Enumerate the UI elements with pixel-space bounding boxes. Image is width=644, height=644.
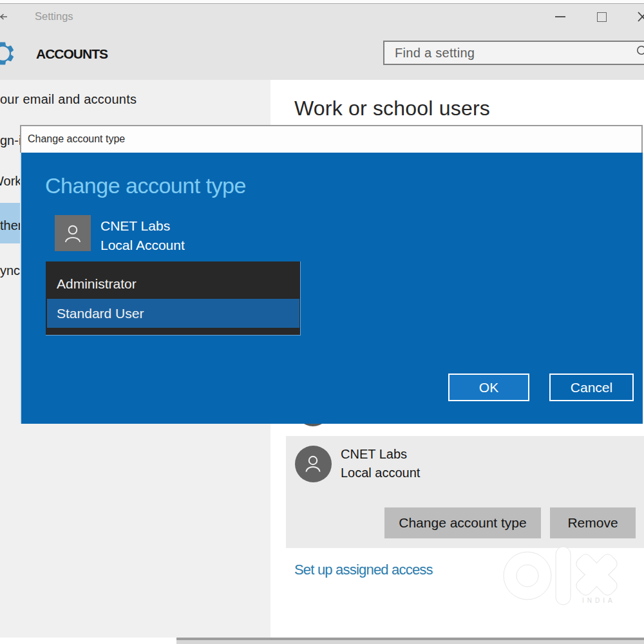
svg-text:INDIA: INDIA xyxy=(582,597,616,604)
